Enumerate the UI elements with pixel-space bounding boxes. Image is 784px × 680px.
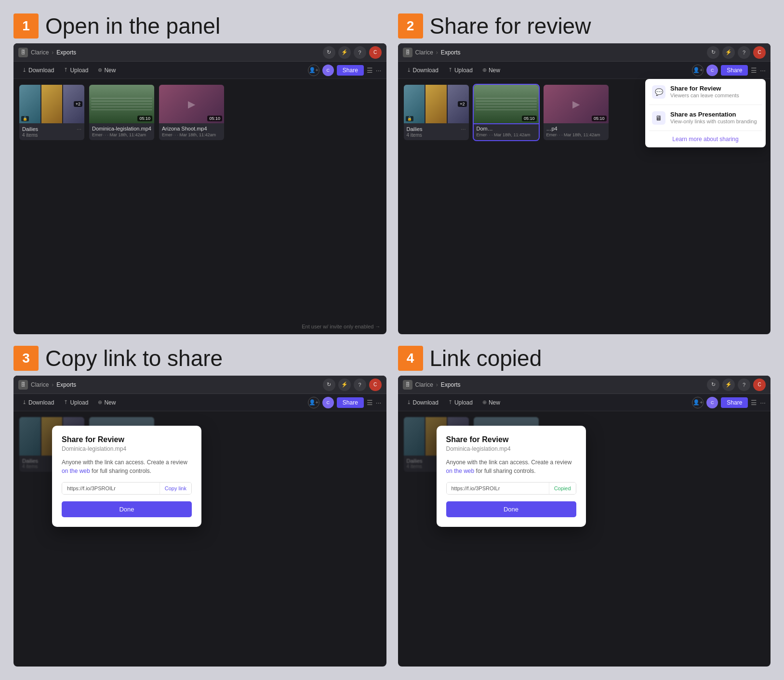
refresh-icon-3[interactable]: ↻: [323, 379, 335, 391]
video-thumbnail-1: 05:10: [89, 85, 154, 123]
folder-item-count: 4 items: [22, 132, 81, 138]
share-modal-4: Share for Review Dominica-legislation.mp…: [437, 426, 586, 527]
help-icon-3[interactable]: ?: [354, 379, 366, 391]
folder-tile-dailies[interactable]: +2 🔒 Dailies ··· 4 items: [19, 85, 84, 140]
download-button-4[interactable]: ⤓ Download: [403, 397, 442, 408]
add-user-icon-1[interactable]: 👤+: [308, 65, 319, 76]
modal-file-3: Dominica-legislation.mp4: [62, 445, 192, 452]
list-view-icon-2[interactable]: ☰: [751, 66, 757, 74]
upload-button-1[interactable]: ⤒ Upload: [60, 65, 92, 76]
more-options-icon-1[interactable]: ···: [376, 66, 382, 74]
plus-icon-2: ⊕: [482, 67, 487, 73]
refresh-icon[interactable]: ↻: [323, 46, 335, 59]
more-options-icon-2[interactable]: ···: [760, 66, 766, 74]
done-button-3[interactable]: Done: [62, 501, 192, 517]
download-icon-2: ⤓: [407, 67, 411, 73]
step-4-panel: 4 Link copied 🗄 Clarice › Exports ↻ ⚡ ? …: [392, 340, 777, 672]
video-tile-2[interactable]: ▶ 05:10 Arizona Shoot.mp4 Emer· · · Mar …: [159, 85, 224, 140]
step-3-window: 🗄 Clarice › Exports ↻ ⚡ ? C ⤓ Download ⤒…: [13, 376, 386, 667]
list-view-icon-1[interactable]: ☰: [367, 66, 373, 74]
lightning-icon-3[interactable]: ⚡: [338, 379, 351, 391]
step-2-number: 2: [398, 13, 423, 39]
lightning-icon[interactable]: ⚡: [338, 46, 351, 59]
add-user-icon-4[interactable]: 👤+: [692, 397, 704, 408]
link-row-4: https://f.io/3PSROILr Copied: [446, 482, 576, 495]
add-user-icon-3[interactable]: 👤+: [308, 397, 319, 408]
new-button-2[interactable]: ⊕ New: [478, 65, 504, 76]
folder-thumbnail-2: +2 🔒: [404, 85, 469, 123]
top-bar-3: 🗄 Clarice › Exports ↻ ⚡ ? C: [13, 376, 386, 394]
download-button-3[interactable]: ⤓ Download: [18, 397, 58, 408]
new-button-3[interactable]: ⊕ New: [94, 397, 120, 408]
share-button-4[interactable]: Share: [721, 397, 748, 408]
video-sub-1: Emer· · · Mar 18th, 11:42am: [92, 132, 151, 137]
nav-home-icon-4[interactable]: 🗄: [403, 380, 412, 390]
content-area-1: +2 🔒 Dailies ··· 4 items: [13, 79, 386, 334]
step-4-title: Link copied: [430, 346, 542, 371]
modal-desc-3: Anyone with the link can access. Create …: [62, 458, 192, 475]
share-button-1[interactable]: Share: [337, 65, 364, 76]
step-1-header: 1 Open in the panel: [13, 13, 386, 39]
share-button-2[interactable]: Share: [721, 65, 748, 76]
done-button-4[interactable]: Done: [446, 501, 576, 517]
list-view-icon-3[interactable]: ☰: [367, 399, 373, 406]
share-as-presentation-item[interactable]: 🖥 Share as Presentation View-only links …: [645, 105, 766, 131]
folder-more-btn[interactable]: ···: [77, 126, 81, 132]
upload-button-2[interactable]: ⤒ Upload: [444, 65, 477, 76]
modal-title-3: Share for Review: [62, 435, 192, 444]
refresh-icon-2[interactable]: ↻: [707, 46, 719, 59]
folder-more-btn-2[interactable]: ···: [461, 126, 465, 132]
learn-more-link[interactable]: Learn more about sharing: [645, 131, 766, 147]
more-options-icon-3[interactable]: ···: [376, 399, 382, 406]
step-1-number: 1: [13, 13, 39, 39]
more-options-icon-4[interactable]: ···: [760, 399, 766, 406]
help-icon-2[interactable]: ?: [738, 46, 750, 59]
team-avatar-3: C: [322, 397, 334, 408]
modal-desc-4: Anyone with the link can access. Create …: [446, 458, 576, 475]
step-2-panel: 2 Share for review 🗄 Clarice › Exports ↻…: [392, 8, 777, 340]
copied-button-4[interactable]: Copied: [549, 483, 576, 494]
share-presentation-icon: 🖥: [652, 111, 665, 125]
refresh-icon-4[interactable]: ↻: [707, 379, 719, 391]
share-presentation-sub: View-only links with custom branding: [670, 118, 757, 124]
duration-badge-2: 05:10: [207, 116, 222, 121]
top-bar-4: 🗄 Clarice › Exports ↻ ⚡ ? C: [398, 376, 771, 394]
nav-home-icon-2[interactable]: 🗄: [403, 48, 412, 57]
share-button-3[interactable]: Share: [337, 397, 364, 408]
new-button-1[interactable]: ⊕ New: [94, 65, 120, 76]
modal-box-4: Share for Review Dominica-legislation.mp…: [437, 426, 586, 527]
modal-web-link-4[interactable]: on the web: [446, 468, 475, 474]
user-avatar-1: C: [369, 46, 382, 59]
video-sub-2: Emer· · · Mar 18th, 11:42am: [162, 132, 221, 137]
download-button-1[interactable]: ⤓ Download: [18, 65, 58, 76]
upload-button-3[interactable]: ⤒ Upload: [60, 397, 92, 408]
footer-hint-1: Ent user w/ invite only enabled →: [302, 324, 380, 329]
list-view-icon-4[interactable]: ☰: [751, 399, 757, 406]
lightning-icon-2[interactable]: ⚡: [722, 46, 735, 59]
video-tile-1[interactable]: 05:10 Dominica-legislation.mp4 Emer· · ·…: [89, 85, 154, 140]
new-button-4[interactable]: ⊕ New: [478, 397, 504, 408]
nav-home-icon[interactable]: 🗄: [18, 48, 28, 57]
help-icon-4[interactable]: ?: [738, 379, 750, 391]
download-button-2[interactable]: ⤓ Download: [403, 65, 442, 76]
copy-link-button-3[interactable]: Copy link: [159, 483, 191, 494]
share-for-review-item[interactable]: 💬 Share for Review Viewers can leave com…: [645, 79, 766, 105]
breadcrumb-user-4: Clarice: [415, 381, 433, 388]
video-tile-selected[interactable]: 05:10 Dom… Emer· · · Mar 18th, 11:42am: [474, 85, 539, 140]
nav-home-icon-3[interactable]: 🗄: [18, 380, 28, 390]
lightning-icon-4[interactable]: ⚡: [722, 379, 735, 391]
video-tile-3[interactable]: ▶ 05:10 …p4 Emer· · · Mar 18th, 11:42am: [544, 85, 609, 140]
modal-web-link-3[interactable]: on the web: [62, 468, 90, 474]
upload-button-4[interactable]: ⤒ Upload: [444, 397, 477, 408]
help-icon[interactable]: ?: [354, 46, 366, 59]
breadcrumb-user-2: Clarice: [415, 49, 433, 56]
add-user-icon-2[interactable]: 👤+: [692, 65, 704, 76]
breadcrumb-folder-2: Exports: [441, 49, 461, 56]
team-avatar-4: C: [706, 397, 718, 408]
folder-thumbnail: +2 🔒: [19, 85, 84, 123]
team-avatar-1: C: [322, 65, 334, 76]
content-area-3: Dailies 4 items 05:10 …hoot.mp4 Mar 18th…: [13, 411, 386, 667]
folder-tile-dailies-2[interactable]: +2 🔒 Dailies ··· 4 items: [404, 85, 469, 140]
step-1-panel: 1 Open in the panel 🗄 Clarice › Exports …: [8, 8, 392, 340]
content-area-4: Dailies 4 items 05:10 …hoot.mp4 Mar 18th…: [398, 411, 771, 667]
